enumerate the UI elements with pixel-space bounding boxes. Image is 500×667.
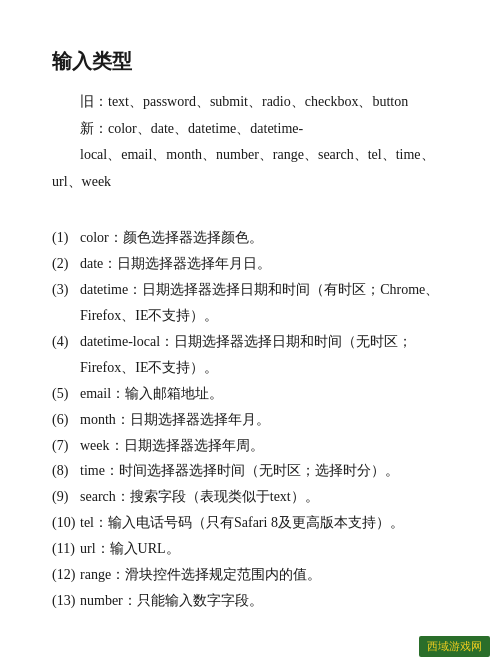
intro-block: 旧：text、password、submit、radio、checkbox、bu…	[52, 89, 448, 195]
page-content: 输入类型 旧：text、password、submit、radio、checkb…	[0, 0, 500, 634]
item-content: time：时间选择器选择时间（无时区；选择时分）。	[80, 458, 448, 484]
list-item: (4)datetime-local：日期选择器选择日期和时间（无时区；Firef…	[52, 329, 448, 381]
item-content: number：只能输入数字字段。	[80, 588, 448, 614]
item-content: date：日期选择器选择年月日。	[80, 251, 448, 277]
intro-line-2: 新：color、date、datetime、datetime-	[52, 116, 448, 143]
watermark: 西域游戏网	[419, 636, 490, 657]
item-num: (10)	[52, 510, 80, 536]
list-item: (6)month：日期选择器选择年月。	[52, 407, 448, 433]
list-item: (10)tel：输入电话号码（只有Safari 8及更高版本支持）。	[52, 510, 448, 536]
item-content: range：滑块控件选择规定范围内的值。	[80, 562, 448, 588]
item-num: (1)	[52, 225, 80, 251]
list-item: (11)url：输入URL。	[52, 536, 448, 562]
list-item: (13)number：只能输入数字字段。	[52, 588, 448, 614]
intro-line-1: 旧：text、password、submit、radio、checkbox、bu…	[52, 89, 448, 116]
item-content: search：搜索字段（表现类似于text）。	[80, 484, 448, 510]
item-num: (5)	[52, 381, 80, 407]
item-num: (12)	[52, 562, 80, 588]
item-num: (6)	[52, 407, 80, 433]
page-title: 输入类型	[52, 48, 448, 75]
list-item: (7)week：日期选择器选择年周。	[52, 433, 448, 459]
item-content: tel：输入电话号码（只有Safari 8及更高版本支持）。	[80, 510, 448, 536]
item-num: (8)	[52, 458, 80, 484]
list-item: (1)color：颜色选择器选择颜色。	[52, 225, 448, 251]
item-content: datetime：日期选择器选择日期和时间（有时区；Chrome、Firefox…	[80, 277, 448, 329]
item-num: (4)	[52, 329, 80, 381]
item-content: month：日期选择器选择年月。	[80, 407, 448, 433]
item-content: color：颜色选择器选择颜色。	[80, 225, 448, 251]
item-num: (7)	[52, 433, 80, 459]
list-item: (2)date：日期选择器选择年月日。	[52, 251, 448, 277]
list-item: (9)search：搜索字段（表现类似于text）。	[52, 484, 448, 510]
intro-line-3: local、email、month、number、range、search、te…	[52, 142, 448, 195]
item-num: (11)	[52, 536, 80, 562]
item-num: (3)	[52, 277, 80, 329]
item-content: datetime-local：日期选择器选择日期和时间（无时区；Firefox、…	[80, 329, 448, 381]
list-item: (8)time：时间选择器选择时间（无时区；选择时分）。	[52, 458, 448, 484]
item-num: (13)	[52, 588, 80, 614]
item-num: (9)	[52, 484, 80, 510]
item-num: (2)	[52, 251, 80, 277]
item-content: email：输入邮箱地址。	[80, 381, 448, 407]
item-content: url：输入URL。	[80, 536, 448, 562]
list-item: (12)range：滑块控件选择规定范围内的值。	[52, 562, 448, 588]
list-item: (3)datetime：日期选择器选择日期和时间（有时区；Chrome、Fire…	[52, 277, 448, 329]
list-container: (1)color：颜色选择器选择颜色。(2)date：日期选择器选择年月日。(3…	[52, 225, 448, 613]
list-item: (5)email：输入邮箱地址。	[52, 381, 448, 407]
divider-space	[52, 203, 448, 221]
item-content: week：日期选择器选择年周。	[80, 433, 448, 459]
